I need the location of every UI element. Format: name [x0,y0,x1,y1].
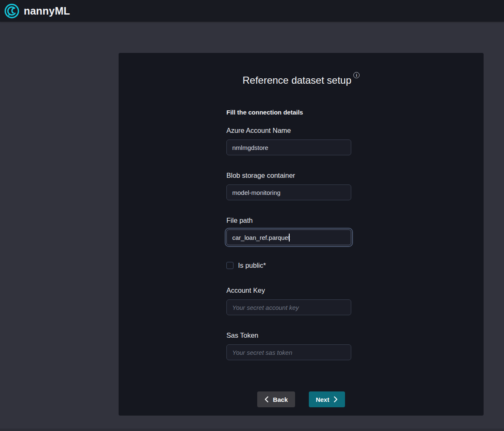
card-title-row: Reference dataset setupi [119,53,484,86]
page-title: Reference dataset setup [243,75,352,86]
account-key-group: Account Key [226,287,351,315]
account-key-label: Account Key [226,287,351,295]
sas-token-label: Sas Token [226,331,351,340]
brand-regular-part: nanny [24,5,55,17]
brand-bold-part: ML [55,5,70,17]
file-path-input-wrap [226,229,351,245]
sas-token-group: Sas Token [226,331,351,360]
sas-token-input[interactable] [226,344,351,360]
reference-dataset-setup-card: Reference dataset setupi Fill the connec… [119,53,484,416]
wizard-button-row: Back Next [119,391,484,407]
file-path-label: File path [226,217,351,225]
chevron-right-icon [333,396,338,403]
horizontal-scrollbar-track[interactable] [0,429,504,431]
back-button-label: Back [273,396,288,403]
azure-account-name-label: Azure Account Name [226,127,351,135]
section-heading: Fill the connection details [226,109,351,116]
is-public-row: Is public* [226,261,351,269]
back-button[interactable]: Back [257,391,295,407]
text-caret [289,234,290,242]
top-navbar: nannyML [0,0,504,22]
nannyml-logo-icon[interactable] [4,3,20,19]
chevron-left-icon [264,396,269,403]
is-public-checkbox[interactable] [226,262,233,269]
next-button-label: Next [316,396,330,403]
info-icon[interactable]: i [353,72,360,78]
account-key-input[interactable] [226,299,351,315]
is-public-label: Is public* [238,262,266,269]
brand-wordmark[interactable]: nannyML [24,5,70,17]
blob-container-group: Blob storage container [226,172,351,200]
blob-container-input[interactable] [226,184,351,200]
connection-form: Fill the connection details Azure Accoun… [226,109,351,376]
azure-account-name-group: Azure Account Name [226,127,351,155]
azure-account-name-input[interactable] [226,140,351,155]
next-button[interactable]: Next [309,391,345,407]
blob-container-label: Blob storage container [226,172,351,180]
file-path-group: File path [226,217,351,245]
